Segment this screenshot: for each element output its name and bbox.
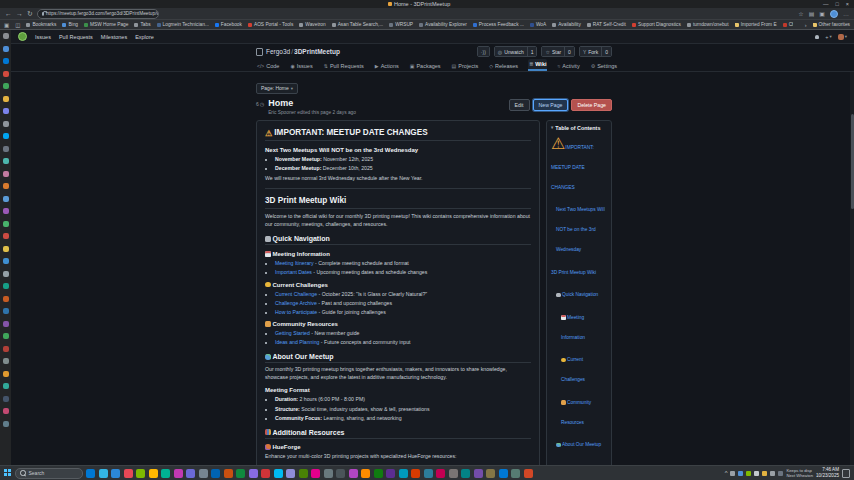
tab-releases[interactable]: ◇Releases xyxy=(488,61,519,71)
tray-icon[interactable] xyxy=(738,471,743,476)
taskbar-app-icon[interactable] xyxy=(361,469,370,478)
revisions-count[interactable]: 6◷ xyxy=(256,101,264,107)
tray-icon[interactable] xyxy=(770,471,775,476)
taskbar-app-icon[interactable] xyxy=(261,469,270,478)
taskbar-app-icon[interactable] xyxy=(174,469,183,478)
vertical-tab-favicon[interactable] xyxy=(3,296,9,302)
bookmark-item[interactable]: turndown/onebut xyxy=(687,22,729,27)
bookmarks-overflow-icon[interactable]: › xyxy=(805,22,807,28)
vertical-tab-favicon[interactable] xyxy=(3,46,9,52)
tray-icon[interactable] xyxy=(762,471,767,476)
vertical-tab-favicon[interactable] xyxy=(3,408,9,414)
tab-issues[interactable]: ◉Issues xyxy=(289,61,313,71)
create-new-button[interactable]: +▾ xyxy=(825,34,831,40)
bookmark-item[interactable]: Tabs xyxy=(134,22,150,27)
taskbar-app-icon[interactable] xyxy=(211,469,220,478)
refresh-icon[interactable]: ↻ xyxy=(27,10,33,17)
taskbar-app-icon[interactable] xyxy=(424,469,433,478)
vertical-tab-favicon[interactable] xyxy=(3,258,9,264)
vertical-tab-favicon[interactable] xyxy=(3,108,9,114)
vertical-tab-favicon[interactable] xyxy=(3,146,9,152)
vertical-tab-favicon[interactable] xyxy=(3,396,9,402)
taskbar-app-icon[interactable] xyxy=(499,469,508,478)
taskbar-app-icon[interactable] xyxy=(336,469,345,478)
navbar-item-milestones[interactable]: Milestones xyxy=(101,34,127,40)
bookmark-item[interactable]: ChildApp - Hardwa... xyxy=(783,22,793,27)
fork-button[interactable]: YFork0 xyxy=(579,46,612,57)
bookmark-item[interactable]: Facebook xyxy=(215,22,242,27)
taskbar-app-icon[interactable] xyxy=(374,469,383,478)
tab-activity[interactable]: ≈Activity xyxy=(556,61,580,71)
bookmark-item[interactable]: MSW Home Page xyxy=(84,22,128,27)
taskbar-app-icon[interactable] xyxy=(236,469,245,478)
star-button[interactable]: ☆Star0 xyxy=(541,46,574,57)
start-button[interactable] xyxy=(4,469,12,477)
taskbar-app-icon[interactable] xyxy=(349,469,358,478)
back-icon[interactable]: ← xyxy=(5,10,12,17)
taskbar-clock[interactable]: 7:46 AM 10/23/2025 xyxy=(816,467,839,478)
vertical-tab-favicon[interactable] xyxy=(3,58,9,64)
vertical-tab-favicon[interactable] xyxy=(3,333,9,339)
vertical-tab-favicon[interactable] xyxy=(3,158,9,164)
content-link[interactable]: Getting Started xyxy=(275,330,310,336)
tray-overflow-icon[interactable]: ^ xyxy=(725,470,728,476)
taskbar-app-icon[interactable] xyxy=(386,469,395,478)
taskbar-app-icon[interactable] xyxy=(486,469,495,478)
content-link[interactable]: Meeting Itinerary xyxy=(275,260,314,266)
taskbar-app-icon[interactable] xyxy=(511,469,520,478)
close-icon[interactable]: × xyxy=(846,1,849,7)
taskbar-app-icon[interactable] xyxy=(411,469,420,478)
bookmark-item[interactable]: WRSUP xyxy=(389,22,413,27)
vertical-tab-favicon[interactable] xyxy=(3,346,9,352)
vertical-tab-favicon[interactable] xyxy=(3,33,9,39)
bookmark-item[interactable]: RAT Self-Credit xyxy=(587,22,626,27)
vertical-tab-favicon[interactable] xyxy=(3,121,9,127)
maximize-icon[interactable]: □ xyxy=(835,1,838,7)
browser-scrollbar[interactable] xyxy=(850,72,854,465)
repo-name-link[interactable]: 3DPrintMeetup xyxy=(294,48,340,55)
bookmark-item[interactable]: Availability Explorer xyxy=(419,22,467,27)
profile-avatar[interactable] xyxy=(830,10,838,18)
taskbar-app-icon[interactable] xyxy=(286,469,295,478)
tray-icon[interactable] xyxy=(778,471,783,476)
bookmark-item[interactable]: Process Feedback ... xyxy=(473,22,524,27)
tab-actions-icon[interactable]: ▣ xyxy=(4,22,9,28)
bookmark-item[interactable]: Availability xyxy=(552,22,581,27)
toc-link[interactable]: Quick Navigation xyxy=(562,292,598,297)
vertical-tab-favicon[interactable] xyxy=(3,171,9,177)
tab-pull-requests[interactable]: ⇅Pull Requests xyxy=(323,61,365,71)
favorites-icon[interactable]: ☆ xyxy=(798,11,803,17)
tab-projects[interactable]: ▤Projects xyxy=(451,61,480,71)
taskbar-app-icon[interactable] xyxy=(449,469,458,478)
content-link[interactable]: Current Challenge xyxy=(275,291,317,297)
edit-button[interactable]: Edit xyxy=(509,99,530,111)
vertical-tab-favicon[interactable] xyxy=(3,233,9,239)
bookmark-item[interactable]: Wavetron xyxy=(299,22,325,27)
taskbar-app-icon[interactable] xyxy=(324,469,333,478)
toc-link[interactable]: About Our Meetup xyxy=(562,442,601,447)
tab-code[interactable]: </>Code xyxy=(256,61,280,71)
vertical-tab-favicon[interactable] xyxy=(3,221,9,227)
vertical-tab-favicon[interactable] xyxy=(3,321,9,327)
toc-collapse-icon[interactable]: ▾ xyxy=(551,125,553,130)
vertical-tab-favicon[interactable] xyxy=(3,421,9,427)
notifications-bell-icon[interactable] xyxy=(815,35,819,39)
vertical-tab-favicon[interactable] xyxy=(3,71,9,77)
vertical-tab-favicon[interactable] xyxy=(3,371,9,377)
other-favorites[interactable]: Other favorites xyxy=(813,22,850,27)
taskbar-app-icon[interactable] xyxy=(149,469,158,478)
vertical-tab-favicon[interactable] xyxy=(3,308,9,314)
extensions-icon[interactable]: ▣ xyxy=(819,11,825,17)
vertical-tab-favicon[interactable] xyxy=(3,271,9,277)
taskbar-app-icon[interactable] xyxy=(186,469,195,478)
content-link[interactable]: Important Dates xyxy=(275,269,312,275)
tray-icon[interactable] xyxy=(730,471,735,476)
collections-icon[interactable]: ▤ xyxy=(809,11,815,17)
tab-packages[interactable]: ▣Packages xyxy=(409,61,442,71)
unwatch-button[interactable]: ◎Unwatch1 xyxy=(494,46,538,57)
page-selector-dropdown[interactable]: Page: Home▾ xyxy=(256,83,298,94)
vertical-tab-favicon[interactable] xyxy=(3,246,9,252)
taskbar-app-icon[interactable] xyxy=(436,469,445,478)
bookmark-item[interactable]: Bookmarks xyxy=(26,22,56,27)
vertical-tab-favicon[interactable] xyxy=(3,196,9,202)
